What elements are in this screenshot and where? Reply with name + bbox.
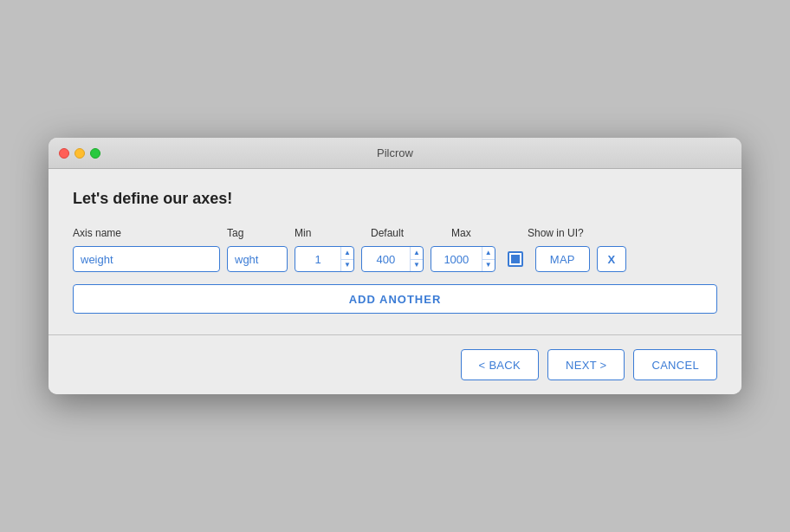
col-header-axis-name: Axis name bbox=[73, 227, 220, 239]
remove-axis-button[interactable]: X bbox=[597, 246, 626, 272]
page-title: Let's define our axes! bbox=[73, 190, 717, 208]
cancel-button[interactable]: CANCEL bbox=[633, 349, 717, 380]
axis-row: ▲ ▼ ▲ ▼ ▲ ▼ bbox=[73, 246, 717, 272]
col-header-max: Max bbox=[451, 227, 521, 239]
min-spinner: ▲ ▼ bbox=[295, 246, 354, 272]
max-spinner: ▲ ▼ bbox=[431, 246, 495, 272]
min-decrement[interactable]: ▼ bbox=[341, 260, 353, 272]
default-input[interactable] bbox=[362, 253, 410, 266]
traffic-lights bbox=[59, 148, 100, 159]
col-header-default: Default bbox=[371, 227, 444, 239]
show-in-ui-cell bbox=[502, 251, 528, 267]
min-increment[interactable]: ▲ bbox=[341, 247, 353, 260]
default-spinner: ▲ ▼ bbox=[361, 246, 424, 272]
titlebar: Pilcrow bbox=[49, 138, 741, 169]
column-headers: Axis name Tag Min Default Max Show in UI… bbox=[73, 227, 717, 239]
minimize-button[interactable] bbox=[74, 148, 85, 159]
axis-name-input[interactable] bbox=[73, 246, 220, 272]
main-content: Let's define our axes! Axis name Tag Min… bbox=[49, 169, 741, 334]
window-title: Pilcrow bbox=[377, 146, 413, 159]
axis-tag-input[interactable] bbox=[227, 246, 288, 272]
next-button[interactable]: NEXT > bbox=[547, 349, 625, 380]
show-in-ui-checkbox[interactable] bbox=[508, 251, 523, 267]
close-button[interactable] bbox=[59, 148, 69, 159]
map-button[interactable]: MAP bbox=[535, 246, 590, 272]
col-header-tag: Tag bbox=[227, 227, 288, 239]
app-window: Pilcrow Let's define our axes! Axis name… bbox=[49, 138, 741, 394]
back-button[interactable]: < BACK bbox=[461, 349, 539, 380]
maximize-button[interactable] bbox=[90, 148, 100, 159]
col-header-show-in-ui: Show in UI? bbox=[528, 227, 588, 239]
default-decrement[interactable]: ▼ bbox=[411, 260, 423, 272]
col-header-min: Min bbox=[295, 227, 364, 239]
max-arrows: ▲ ▼ bbox=[482, 247, 495, 271]
min-arrows: ▲ ▼ bbox=[340, 247, 353, 271]
min-input[interactable] bbox=[295, 253, 340, 266]
add-another-button[interactable]: ADD ANOTHER bbox=[73, 284, 717, 314]
footer: < BACK NEXT > CANCEL bbox=[49, 334, 741, 394]
max-increment[interactable]: ▲ bbox=[482, 247, 495, 260]
default-increment[interactable]: ▲ bbox=[411, 247, 423, 260]
max-decrement[interactable]: ▼ bbox=[482, 260, 495, 272]
max-input[interactable] bbox=[431, 253, 482, 266]
default-arrows: ▲ ▼ bbox=[410, 247, 423, 271]
